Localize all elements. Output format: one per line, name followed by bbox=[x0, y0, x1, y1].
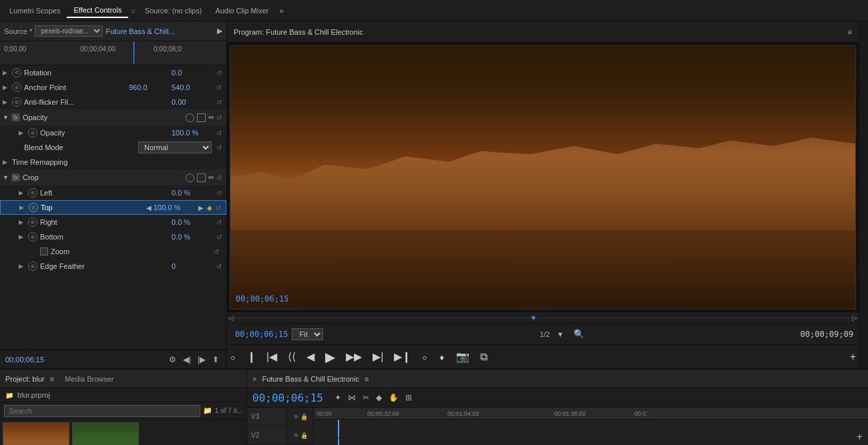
anchor-value-x[interactable]: 960.0 bbox=[129, 83, 169, 91]
zoom-checkbox[interactable] bbox=[40, 248, 48, 256]
next-frame-btn[interactable]: ▶▶ bbox=[343, 350, 365, 363]
monitor-marker-row[interactable]: ▼ ◁ ▷ bbox=[227, 312, 859, 323]
next-frame-btn[interactable]: |▶ bbox=[196, 355, 208, 364]
sequence-tool[interactable]: ⊞ bbox=[403, 393, 414, 402]
bottom-expand[interactable]: ▶ bbox=[19, 234, 28, 240]
goto-out-btn[interactable]: ▶| bbox=[370, 350, 386, 363]
top-left-arrow[interactable]: ◀ bbox=[144, 204, 154, 211]
antiflicker-value[interactable]: 0.00 bbox=[172, 98, 212, 106]
goto-in-btn[interactable]: ⟨⟨ bbox=[285, 350, 298, 363]
add-track-btn[interactable]: + bbox=[857, 431, 863, 443]
top-expand[interactable]: ▶ bbox=[19, 204, 29, 211]
top-right-arrow[interactable]: ▶ bbox=[196, 204, 206, 211]
overwrite-btn[interactable]: ⬧ bbox=[436, 351, 448, 363]
mark-out-btn[interactable]: ❙ bbox=[244, 350, 258, 363]
scale-dropdown-btn[interactable]: ▼ bbox=[557, 330, 564, 338]
project-search-input[interactable] bbox=[4, 405, 200, 417]
project-panel-header: Project: blur ≡ Media Browser bbox=[0, 370, 246, 388]
right-value[interactable]: 0.0 % bbox=[172, 218, 212, 226]
edge-feather-reset[interactable]: ↺ bbox=[214, 263, 224, 270]
crop-section-header[interactable]: ▼ fx Crop ✏ ↺ bbox=[0, 169, 226, 185]
zoom-reset[interactable]: ↺ bbox=[212, 248, 221, 256]
monitor-menu-btn[interactable]: ≡ bbox=[848, 28, 852, 36]
v2-eye-btn[interactable]: 👁 bbox=[293, 432, 299, 439]
time-remap-expand[interactable]: ▶ bbox=[3, 159, 12, 165]
ripple-edit-tool[interactable]: ✦ bbox=[333, 393, 343, 402]
prev-frame-btn[interactable]: ◀ bbox=[304, 350, 317, 363]
playhead bbox=[134, 41, 134, 63]
timeline-menu-btn[interactable]: ≡ bbox=[365, 375, 369, 383]
razor-tool[interactable]: ✂ bbox=[361, 393, 371, 402]
tab-lumetri[interactable]: Lumetri Scopes bbox=[3, 4, 67, 17]
funnel-icon[interactable]: ⚙ bbox=[167, 355, 178, 364]
media-browser-tab[interactable]: Media Browser bbox=[65, 375, 114, 383]
right-expand[interactable]: ▶ bbox=[19, 219, 28, 226]
tab-effect-controls[interactable]: Effect Controls bbox=[67, 3, 128, 18]
export-btn[interactable]: ⬆ bbox=[210, 355, 221, 364]
timeline-tools: ✦ ⋈ ✂ ◆ ✋ ⊞ bbox=[329, 388, 868, 407]
bottom-value[interactable]: 0.0 % bbox=[172, 233, 212, 241]
export-frame-btn[interactable]: 📷 bbox=[453, 350, 472, 363]
rotation-value[interactable]: 0.0 bbox=[172, 69, 212, 77]
v2-lock-btn[interactable]: 🔒 bbox=[300, 432, 308, 439]
blend-mode-reset[interactable]: ↺ bbox=[214, 144, 224, 151]
left-row: ▶ ◎ Left 0.0 % ↺ bbox=[0, 185, 226, 200]
source-dropdown[interactable]: pexels-rodnae... bbox=[35, 25, 103, 37]
insert-btn[interactable]: ⬦ bbox=[419, 351, 431, 363]
left-reset[interactable]: ↺ bbox=[214, 189, 224, 197]
monitor-playback-timecode[interactable]: 00;00;06;15 bbox=[235, 330, 288, 339]
out-timecode: 00;00;09;09 bbox=[801, 330, 853, 339]
v3-lock-btn[interactable]: 🔒 bbox=[300, 414, 308, 420]
clip-name[interactable]: Future Bass & Chill... bbox=[105, 27, 174, 35]
add-marker-btn[interactable]: + bbox=[847, 351, 859, 363]
rotation-reset[interactable]: ↺ bbox=[214, 69, 224, 77]
antiflicker-reset[interactable]: ↺ bbox=[214, 99, 224, 106]
marker-tool[interactable]: ◆ bbox=[374, 393, 384, 402]
v3-eye-btn[interactable]: 👁 bbox=[293, 414, 299, 420]
zoom-tool-icon[interactable]: 🔍 bbox=[574, 329, 584, 339]
zoom-label: Zoom bbox=[51, 248, 69, 256]
prev-frame-btn[interactable]: ◀| bbox=[181, 355, 193, 364]
multi-cam-btn[interactable]: ⧉ bbox=[477, 351, 490, 363]
zoom-row: Zoom ↺ bbox=[0, 244, 226, 259]
top-value[interactable]: 100.0 % bbox=[154, 203, 194, 211]
track-label-v3: V3 bbox=[247, 408, 286, 426]
mark-in-btn[interactable]: ⬦ bbox=[227, 351, 239, 363]
step-fwd-btn[interactable]: ▶❙ bbox=[391, 350, 413, 363]
edge-feather-value[interactable]: 0 bbox=[172, 262, 212, 270]
project-panel-menu[interactable]: ≡ bbox=[50, 375, 54, 383]
rotation-expand[interactable]: ▶ bbox=[3, 69, 12, 76]
opacity-reset[interactable]: ↺ bbox=[214, 129, 224, 137]
antiflicker-expand[interactable]: ▶ bbox=[3, 99, 12, 105]
tab-audio-mixer[interactable]: Audio Clip Mixer bbox=[208, 4, 275, 17]
top-keyframe-diamond[interactable]: ◆ bbox=[206, 204, 214, 211]
anchor-value-y[interactable]: 540.0 bbox=[172, 83, 212, 91]
anchor-reset[interactable]: ↺ bbox=[214, 84, 224, 91]
link-tool[interactable]: ⋈ bbox=[346, 393, 358, 402]
right-reset[interactable]: ↺ bbox=[214, 219, 224, 226]
bottom-reset[interactable]: ↺ bbox=[214, 234, 224, 241]
play-pause-btn[interactable]: ▶ bbox=[322, 349, 338, 365]
opacity-section-reset[interactable]: ↺ bbox=[214, 114, 224, 121]
edge-feather-expand[interactable]: ▶ bbox=[19, 263, 28, 270]
anchor-expand[interactable]: ▶ bbox=[3, 84, 12, 91]
left-expand[interactable]: ▶ bbox=[19, 189, 28, 196]
new-folder-btn[interactable]: 📁 bbox=[203, 406, 212, 415]
fit-dropdown[interactable]: Fit bbox=[292, 328, 323, 340]
tab-more[interactable]: » bbox=[276, 7, 288, 15]
hand-tool[interactable]: ✋ bbox=[387, 393, 401, 402]
source-bar-arrow[interactable]: ▶ bbox=[217, 27, 222, 35]
step-back-btn[interactable]: |◀ bbox=[264, 350, 280, 363]
opacity-expand[interactable]: ▶ bbox=[19, 129, 28, 136]
left-value[interactable]: 0.0 % bbox=[172, 189, 212, 197]
tab-source[interactable]: Source: (no clips) bbox=[138, 4, 209, 17]
top-reset[interactable]: ↺ bbox=[214, 204, 223, 211]
opacity-value[interactable]: 100.0 % bbox=[172, 129, 212, 137]
timeline-timecode[interactable]: 00;00;06;15 bbox=[247, 390, 329, 406]
crop-section-reset[interactable]: ↺ bbox=[214, 174, 224, 181]
opacity-section-header[interactable]: ▼ fx Opacity ✏ ↺ bbox=[0, 109, 226, 125]
rect-shape-icon bbox=[197, 113, 206, 122]
timeline-close-btn[interactable]: × bbox=[252, 375, 256, 383]
blend-mode-select[interactable]: Normal bbox=[138, 141, 212, 153]
right-scrollbar[interactable] bbox=[859, 21, 868, 368]
